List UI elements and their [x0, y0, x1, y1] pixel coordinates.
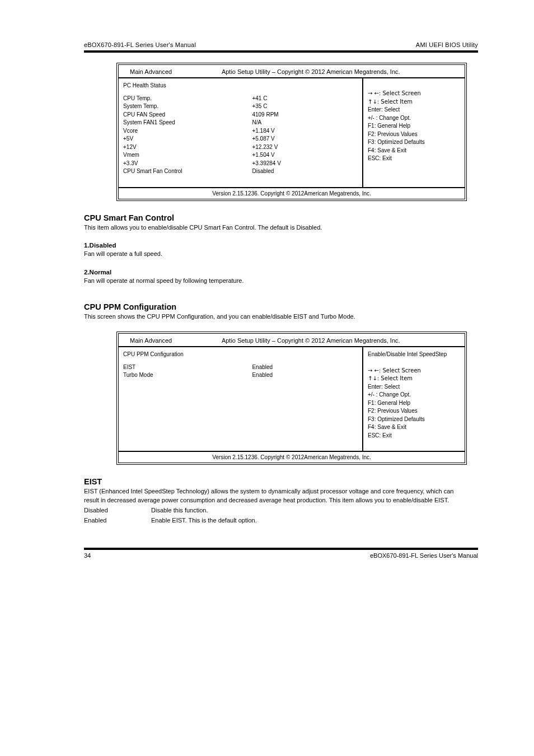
choice-row: Disabled Disable this function. — [84, 506, 467, 515]
table-row: +5V+5.087 V — [123, 135, 358, 143]
bios2-hint: Enable/Disable Intel SpeedStep — [368, 351, 460, 359]
bios1-title: Aptio Setup Utility – Copyright © 2012 A… — [221, 68, 401, 75]
bios2-copyright: Version 2.15.1236. Copyright © 2012Ameri… — [119, 451, 465, 463]
bios2-heading: CPU PPM Configuration — [123, 351, 358, 359]
table-row: System Temp.+35 C — [123, 102, 358, 111]
table-row: +12V+12.232 V — [123, 143, 358, 152]
table-row: +3.3V+3.39284 V — [123, 160, 358, 168]
smartfan-heading: CPU Smart Fan Control — [84, 213, 534, 222]
footer-title: eBOX670-891-FL Series User's Manual — [370, 552, 478, 559]
choice-desc: Enable EIST. This is the default option. — [151, 516, 257, 525]
table-row: Vcore+1.184 V — [123, 127, 358, 136]
hint2-body: Fan will operate at normal speed by foll… — [84, 277, 467, 286]
bios2-nav: → ←: Select Screen ↑↓: Select Item Enter… — [368, 367, 460, 440]
page-number: 34 — [84, 552, 91, 559]
table-row: CPU Smart Fan ControlDisabled — [123, 167, 358, 176]
bios1-copyright: Version 2.15.1236. Copyright © 2012Ameri… — [119, 187, 465, 199]
bios1-nav: → ←: Select Screen ↑↓: Select Item Enter… — [368, 90, 460, 163]
table-row: CPU FAN Speed4109 RPM — [123, 111, 358, 119]
doc-title-right: AMI UEFI BIOS Utility — [416, 41, 478, 48]
cpu-ppm-body: This screen shows the CPU PPM Configurat… — [84, 312, 467, 321]
bios2-title: Aptio Setup Utility – Copyright © 2012 A… — [221, 337, 401, 344]
bios2-tabs: Main Advanced — [119, 337, 221, 344]
table-row: CPU Temp.+41 C — [123, 95, 358, 103]
table-row: Vmem+1.504 V — [123, 151, 358, 160]
bios1-heading: PC Health Status — [123, 82, 358, 90]
choice-desc: Disable this function. — [151, 506, 208, 515]
table-row: System FAN1 SpeedN/A — [123, 119, 358, 127]
choice-label: Enabled — [84, 516, 151, 525]
bios1-tabs: Main Advanced — [119, 68, 221, 75]
smartfan-body: This item allows you to enable/disable C… — [84, 223, 467, 232]
table-row: EISTEnabled — [123, 363, 358, 372]
bios-ppm-box: Main Advanced Aptio Setup Utility – Copy… — [116, 332, 467, 465]
table-row: Turbo ModeEnabled — [123, 371, 358, 380]
cpu-ppm-heading: CPU PPM Configuration — [84, 302, 534, 311]
doc-title-left: eBOX670-891-FL Series User's Manual — [84, 41, 196, 48]
choice-label: Disabled — [84, 506, 151, 515]
choice-row: Enabled Enable EIST. This is the default… — [84, 516, 467, 525]
hint1-body: Fan will operate a full speed. — [84, 250, 467, 259]
hint2-title: 2.Normal — [84, 269, 534, 276]
bios-health-box: Main Advanced Aptio Setup Utility – Copy… — [116, 63, 467, 201]
eist-body: EIST (Enhanced Intel SpeedStep Technolog… — [84, 487, 467, 505]
hint1-title: 1.Disabled — [84, 242, 534, 249]
eist-heading: EIST — [84, 477, 534, 486]
